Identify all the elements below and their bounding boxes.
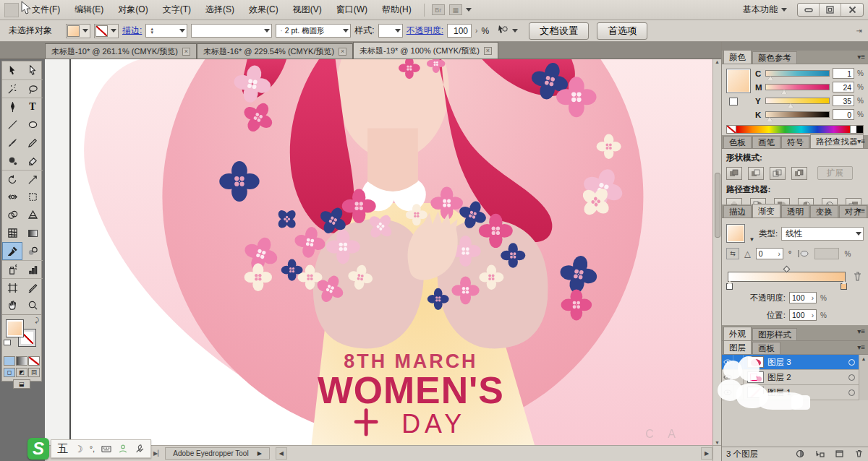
gradient-ramp[interactable] [728, 272, 846, 282]
preferences-button[interactable]: 首选项 [597, 22, 647, 40]
gradient-stop-end[interactable] [841, 283, 847, 290]
gradient-tool[interactable] [22, 224, 43, 242]
tab-pathfinder[interactable]: 路径查找器 [810, 134, 864, 148]
restore-button[interactable] [820, 4, 841, 16]
lock-column[interactable] [733, 355, 744, 369]
close-button[interactable] [841, 4, 863, 16]
document-tab-3-active[interactable]: 未标题-19* @ 100% (CMYK/预览)× [353, 42, 498, 59]
fill-color-well[interactable] [6, 319, 24, 337]
menu-type[interactable]: 文字(T) [156, 1, 198, 18]
tab-stroke[interactable]: 描边 [723, 205, 752, 217]
isolate-selected-icon[interactable] [497, 25, 509, 37]
tab-color[interactable]: 颜色 [723, 50, 752, 64]
menu-object[interactable]: 对象(O) [111, 1, 155, 18]
column-graph-tool[interactable] [22, 260, 43, 278]
chevron-down-icon[interactable] [512, 29, 518, 33]
paintbrush-tool[interactable] [2, 134, 22, 152]
punctuation-icon[interactable]: °, [90, 444, 95, 453]
tab-layers[interactable]: 图层 [723, 340, 752, 354]
layer-thumbnail[interactable] [747, 387, 764, 398]
workspace-switcher[interactable]: 基本功能 [743, 4, 787, 16]
tab-appearance[interactable]: 外观 [723, 327, 752, 340]
visibility-eye-icon[interactable] [722, 385, 733, 400]
status-tool-indicator[interactable]: Adobe Eyedropper Tool ▶ [165, 447, 270, 460]
document-tab-1[interactable]: 未标题-10* @ 261.1% (CMYK/预览)× [45, 43, 197, 59]
magic-wand-tool[interactable] [2, 79, 22, 98]
draw-normal-button[interactable]: ◻ [4, 368, 15, 377]
eyedropper-tool[interactable] [2, 242, 22, 260]
scale-tool[interactable] [22, 170, 43, 188]
gradient-opacity-input[interactable]: 100› [789, 292, 817, 303]
tab-graphic-styles[interactable]: 图形样式 [752, 328, 797, 340]
cyan-slider[interactable] [765, 70, 830, 77]
scroll-left-arrow[interactable]: ◀ [276, 447, 287, 460]
active-stroke-swatch[interactable] [729, 98, 738, 105]
mesh-tool[interactable] [2, 224, 22, 242]
width-tool[interactable] [2, 188, 22, 206]
scroll-right-arrow[interactable]: ▶ [701, 447, 712, 460]
unite-button[interactable] [726, 167, 742, 180]
lock-column[interactable] [733, 370, 744, 384]
layer-name[interactable]: 图层 3 [767, 357, 791, 368]
none-swatch[interactable] [727, 126, 736, 133]
tab-gradient[interactable]: 渐变 [752, 204, 780, 217]
yellow-slider[interactable] [765, 98, 830, 104]
artboard[interactable]: 8TH MARCH WOMEN'S DAY [72, 59, 712, 445]
reverse-gradient-icon[interactable]: ⇆ [726, 248, 739, 259]
layer-row-2[interactable]: 图层 2 [722, 370, 868, 385]
style-select[interactable] [378, 24, 403, 38]
ime-mode-wubi[interactable]: 五 [57, 442, 68, 456]
pen-tool[interactable] [2, 98, 22, 116]
cyan-value[interactable]: 1 [833, 68, 854, 79]
document-tab-2[interactable]: 未标题-16* @ 229.54% (CMYK/预览)× [197, 43, 353, 59]
minus-front-button[interactable] [748, 167, 764, 180]
gradient-stop-start[interactable] [726, 283, 733, 290]
gradient-type-select[interactable]: 线性 [781, 227, 864, 241]
make-clipping-mask-icon[interactable] [796, 449, 805, 460]
close-icon[interactable]: × [339, 48, 346, 56]
width-profile-select[interactable]: · 2 pt. 椭圆形 [276, 24, 351, 38]
gradient-midpoint[interactable] [783, 266, 790, 273]
shape-builder-tool[interactable] [2, 206, 22, 224]
screen-mode-button[interactable]: ⬓ [13, 379, 30, 389]
active-fill-swatch[interactable] [726, 69, 751, 93]
layer-row-1[interactable]: 图层 1 [722, 385, 868, 400]
lasso-tool[interactable] [22, 79, 43, 98]
visibility-eye-icon[interactable] [722, 355, 733, 369]
selection-tool[interactable] [2, 61, 22, 79]
gradient-swatch[interactable] [726, 224, 745, 243]
document-setup-button[interactable]: 文档设置 [529, 22, 589, 40]
opacity-link[interactable]: 不透明度: [407, 25, 443, 37]
close-icon[interactable]: × [484, 47, 492, 55]
lock-column[interactable] [733, 385, 744, 400]
stroke-link[interactable]: 描边: [122, 25, 142, 37]
tab-symbols[interactable]: 符号 [781, 136, 809, 148]
type-tool[interactable]: T [22, 98, 43, 116]
direct-selection-tool[interactable] [22, 61, 43, 79]
line-segment-tool[interactable] [2, 116, 22, 134]
black-slider[interactable] [765, 111, 830, 118]
close-icon[interactable]: × [182, 48, 190, 56]
tab-swatches[interactable]: 色板 [723, 136, 752, 148]
swap-fill-stroke-icon[interactable]: ⤸ [35, 316, 39, 324]
fill-color-dropdown[interactable] [66, 24, 90, 38]
delete-layer-icon[interactable] [854, 449, 864, 460]
minimize-button[interactable] [798, 4, 820, 16]
menu-view[interactable]: 视图(V) [286, 1, 329, 18]
magenta-slider[interactable] [765, 84, 830, 90]
gradient-swatch-dropdown[interactable]: ▼ [749, 224, 755, 243]
default-fill-stroke-icon[interactable] [4, 340, 11, 345]
layer-name[interactable]: 图层 1 [767, 387, 791, 398]
blend-tool[interactable] [22, 242, 43, 260]
layer-row-3[interactable]: 图层 3 [722, 355, 868, 370]
menu-select[interactable]: 选择(S) [198, 1, 242, 18]
tab-color-guide[interactable]: 颜色参考 [752, 51, 797, 64]
panel-menu-icon[interactable]: ▾≡ [857, 327, 865, 335]
panel-menu-icon[interactable]: ▾≡ [857, 137, 865, 145]
intersect-button[interactable] [770, 167, 786, 180]
tab-artboards[interactable]: 画板 [752, 342, 780, 354]
layer-target-icon[interactable] [848, 374, 855, 381]
layer-target-icon[interactable] [848, 389, 855, 396]
color-button[interactable] [4, 356, 15, 366]
gradient-button[interactable] [16, 356, 27, 366]
